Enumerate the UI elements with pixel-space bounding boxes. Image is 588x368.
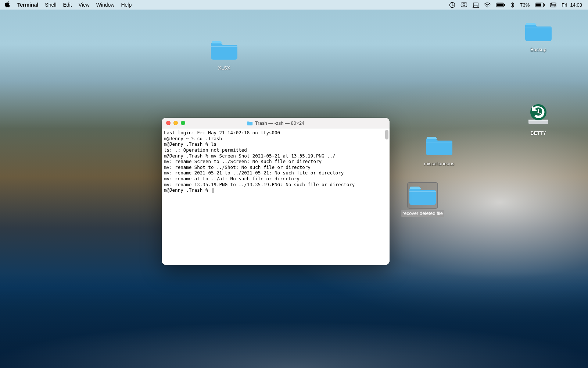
desktop-icon-label: recover deleted file [401, 210, 444, 217]
menu-shell[interactable]: Shell [45, 2, 56, 8]
battery-percent[interactable]: 73% [520, 2, 530, 8]
camera-indicator-icon[interactable] [460, 2, 467, 8]
menu-edit[interactable]: Edit [63, 2, 72, 8]
desktop-icon-label: Backup [529, 46, 548, 53]
terminal-line: m@Jenny .Trash % ls [164, 141, 381, 147]
terminal-line: Last login: Fri May 21 14:02:18 on ttys0… [164, 130, 381, 136]
terminal-line: mv: rename 2021-05-21 to ../2021-05-21: … [164, 170, 381, 176]
terminal-line: mv: rename Shot to ../Shot: No such file… [164, 164, 381, 170]
folder-icon [209, 37, 240, 63]
window-controls [166, 121, 185, 125]
menu-help[interactable]: Help [121, 2, 132, 8]
desktop-icon-label: miscellaneous [423, 160, 456, 167]
svg-rect-13 [544, 4, 545, 6]
terminal-title-text: Trash — -zsh — 80×24 [255, 120, 304, 126]
desktop-icon-label: XLSX [216, 65, 232, 71]
menubar-time[interactable]: 14:03 [570, 2, 582, 8]
screen-mirroring-icon[interactable] [473, 2, 479, 8]
terminal-prompt-text: m@Jenny .Trash % [164, 187, 211, 193]
terminal-line: m@Jenny .Trash % mv Screen Shot 2021-05-… [164, 153, 381, 159]
menubar-left: Terminal Shell Edit View Window Help [5, 0, 132, 10]
terminal-titlebar[interactable]: Trash — -zsh — 80×24 [162, 118, 390, 128]
apple-menu[interactable] [5, 1, 11, 8]
control-center-icon[interactable] [550, 3, 556, 7]
menu-app-name[interactable]: Terminal [17, 2, 38, 8]
menu-view[interactable]: View [79, 2, 90, 8]
desktop-icon-xlsx[interactable]: XLSX [200, 37, 248, 71]
folder-icon [247, 120, 253, 125]
folder-icon [407, 182, 438, 209]
folder-icon [523, 18, 554, 45]
svg-point-7 [487, 6, 488, 7]
scrollbar-thumb[interactable] [385, 130, 388, 139]
terminal-line: mv: rename at to ../at: No such file or … [164, 176, 381, 182]
battery-indicator-icon[interactable] [496, 3, 505, 7]
time-machine-disk-icon [526, 101, 551, 128]
bluetooth-icon[interactable] [510, 2, 515, 8]
terminal-line: mv: rename Screen to ../Screen: No such … [164, 159, 381, 164]
apple-icon [5, 1, 11, 7]
terminal-line: mv: rename 13.35.19.PNG to ../13.35.19.P… [164, 182, 381, 188]
svg-rect-12 [536, 3, 541, 6]
menu-window[interactable]: Window [96, 2, 115, 8]
terminal-output[interactable]: Last login: Fri May 21 14:02:18 on ttys0… [162, 128, 384, 265]
terminal-prompt[interactable]: m@Jenny .Trash % [164, 187, 381, 193]
clock-icon[interactable] [449, 2, 455, 8]
terminal-cursor [212, 188, 214, 193]
terminal-title: Trash — -zsh — 80×24 [162, 120, 390, 126]
minimize-button[interactable] [173, 121, 178, 125]
terminal-body: Last login: Fri May 21 14:02:18 on ttys0… [162, 128, 390, 265]
scrollbar[interactable] [384, 128, 390, 265]
svg-rect-9 [497, 3, 503, 6]
svg-rect-5 [461, 3, 467, 7]
terminal-window[interactable]: Trash — -zsh — 80×24 Last login: Fri May… [162, 118, 390, 265]
svg-rect-10 [504, 4, 505, 6]
menubar: Terminal Shell Edit View Window Help 73% [0, 0, 588, 10]
desktop-icon-backup[interactable]: Backup [514, 18, 562, 53]
svg-point-15 [551, 3, 552, 4]
desktop-icon-misc[interactable]: miscellaneous [415, 132, 463, 167]
desktop-icon-betty[interactable]: BETTY [514, 101, 562, 137]
desktop-icon-label: BETTY [529, 130, 548, 137]
close-button[interactable] [166, 121, 171, 125]
svg-point-17 [555, 6, 556, 7]
terminal-line: m@Jenny ~ % cd .Trash [164, 136, 381, 142]
folder-icon [424, 132, 455, 159]
menubar-right: 73% Fri 14:03 [449, 0, 582, 10]
terminal-line: ls: .: Operation not permitted [164, 147, 381, 153]
svg-point-6 [463, 4, 465, 6]
desktop-icon-recover[interactable]: recover deleted file [399, 182, 447, 217]
battery-icon[interactable] [535, 3, 545, 7]
zoom-button[interactable] [181, 121, 185, 125]
wifi-icon[interactable] [484, 3, 491, 7]
menubar-day[interactable]: Fri [562, 2, 567, 8]
